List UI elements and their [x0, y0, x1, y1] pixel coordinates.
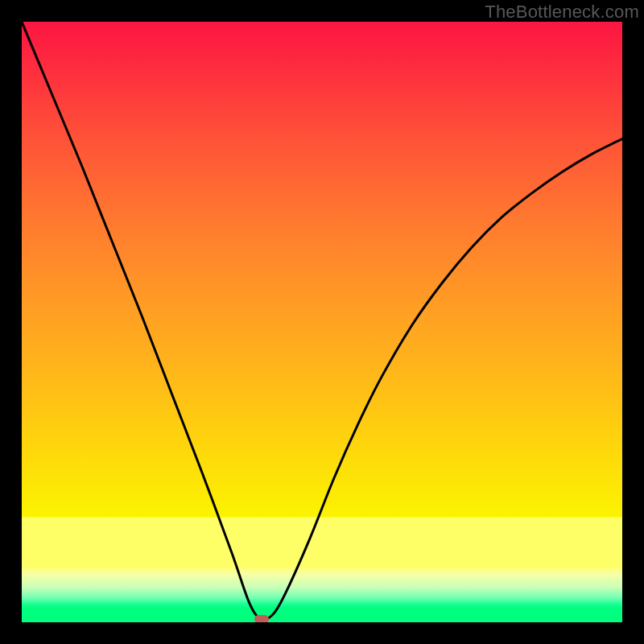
watermark-label: TheBottleneck.com	[485, 2, 639, 23]
curve-path	[22, 22, 622, 620]
plot-area	[22, 22, 622, 622]
optimal-marker	[254, 615, 269, 622]
bottleneck-curve	[22, 22, 622, 622]
chart-frame: TheBottleneck.com	[0, 0, 644, 644]
